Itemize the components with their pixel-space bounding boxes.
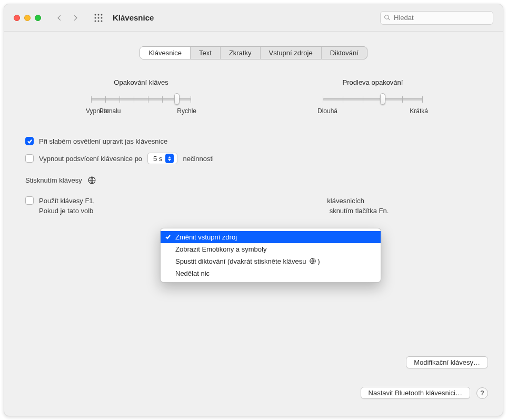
svg-point-6 (95, 20, 96, 22)
tab-bar: Klávesnice Text Zkratky Vstupní zdroje D… (25, 46, 482, 59)
window-controls (14, 15, 41, 21)
tab-input-sources[interactable]: Vstupní zdroje (261, 47, 322, 59)
hint-fn-keys: Pokud je tato volb _____________________… (25, 206, 482, 216)
popup-item-emoji-symbols[interactable]: Zobrazit Emotikony a symboly (161, 243, 381, 255)
label-turn-off-backlight-before: Vypnout podsvícení klávesnice po (39, 155, 142, 163)
preferences-window: Klávesnice Klávesnice Text Zkratky Vstup… (4, 4, 503, 416)
text-fragment: Použít klávesy F1, (39, 197, 95, 205)
popup-item-label: Změnit vstupní zdroj (175, 233, 237, 241)
popup-item-label: Nedělat nic (175, 269, 210, 277)
key-repeat-track[interactable] (91, 94, 191, 104)
tab-label: Zkratky (229, 49, 252, 57)
svg-point-5 (101, 17, 103, 18)
row-fn-keys: Použít klávesy F1, _____________________… (25, 196, 482, 216)
key-repeat-slider: Opakování kláves Vypnuto Rychle Pomalu (70, 78, 212, 115)
select-backlight-timeout[interactable]: 5 s (147, 153, 177, 164)
text-fragment: sknutím tlačítka Fn. (330, 207, 389, 215)
slider-label-mid: Pomalu (100, 107, 121, 115)
tab-shortcuts[interactable]: Zkratky (221, 47, 261, 59)
popup-item-change-input-source[interactable]: Změnit vstupní zdroj (161, 231, 381, 243)
globe-icon (309, 257, 316, 265)
checkbox-turn-off-backlight[interactable] (25, 154, 34, 163)
label-fn-keys-line1: Použít klávesy F1, _____________________… (39, 197, 364, 205)
globe-icon (87, 176, 96, 185)
svg-point-7 (98, 20, 100, 22)
text-fragment: Spustit diktování (dvakrát stiskněte klá… (175, 257, 308, 265)
slider-labels: Dlouhá Krátká (317, 107, 428, 115)
label-press-key: Stisknutím klávesy (25, 176, 82, 184)
svg-point-2 (101, 14, 103, 15)
footer-row-2: Nastavit Bluetooth klávesnici… ? (361, 387, 488, 399)
bluetooth-keyboard-button[interactable]: Nastavit Bluetooth klávesnici… (361, 387, 470, 399)
text-fragment: klávesnicích (327, 197, 364, 205)
slider-label-left: Dlouhá (317, 107, 337, 115)
tab-dictation[interactable]: Diktování (322, 47, 367, 59)
slider-thumb[interactable] (380, 93, 385, 105)
zoom-button[interactable] (35, 15, 41, 21)
help-button[interactable]: ? (476, 387, 488, 399)
popup-item-start-dictation[interactable]: Spustit diktování (dvakrát stiskněte klá… (161, 255, 381, 267)
tab-label: Vstupní zdroje (269, 49, 313, 57)
checkbox-adjust-brightness[interactable] (25, 137, 34, 145)
window-title: Klávesnice (113, 13, 154, 22)
text-fragment: ) (317, 257, 320, 265)
minimize-button[interactable] (24, 15, 31, 21)
popup-item-label: Spustit diktování (dvakrát stiskněte klá… (175, 257, 320, 265)
row-press-key: Stisknutím klávesy (25, 176, 482, 185)
select-value: 5 s (153, 155, 162, 163)
search-field[interactable] (380, 11, 493, 25)
label-adjust-brightness: Při slabém osvětlení upravit jas klávesn… (39, 137, 167, 145)
row-turn-off-backlight: Vypnout podsvícení klávesnice po 5 s neč… (25, 153, 482, 164)
popup-item-do-nothing[interactable]: Nedělat nic (161, 267, 381, 279)
popup-item-label: Zobrazit Emotikony a symboly (175, 245, 266, 253)
content: Klávesnice Text Zkratky Vstupní zdroje D… (4, 32, 503, 416)
slider-label-right: Rychle (177, 107, 196, 115)
back-icon[interactable] (56, 14, 63, 22)
forward-icon[interactable] (72, 14, 79, 22)
delay-track[interactable] (323, 94, 423, 104)
svg-point-4 (98, 17, 100, 18)
modifier-keys-button[interactable]: Modifikační klávesy… (406, 356, 488, 368)
svg-point-8 (101, 20, 103, 22)
tab-label: Text (199, 49, 212, 57)
sliders-area: Opakování kláves Vypnuto Rychle Pomalu P… (25, 78, 482, 115)
svg-point-0 (95, 14, 96, 15)
text-fragment: Pokud je tato volb (39, 207, 93, 215)
options: Při slabém osvětlení upravit jas klávesn… (25, 137, 482, 216)
checkbox-fn-keys[interactable] (25, 196, 34, 205)
slider-title: Opakování kláves (114, 78, 168, 86)
tab-label: Klávesnice (148, 49, 182, 57)
tab-text[interactable]: Text (191, 47, 221, 59)
tab-label: Diktování (330, 49, 359, 57)
nav (56, 13, 103, 23)
show-all-icon[interactable] (94, 13, 103, 23)
slider-label-right: Krátká (410, 107, 428, 115)
search-input[interactable] (393, 13, 490, 22)
svg-point-1 (98, 14, 100, 15)
titlebar: Klávesnice (4, 4, 503, 32)
check-icon (165, 234, 171, 242)
stepper-icon (165, 154, 174, 163)
tabs: Klávesnice Text Zkratky Vstupní zdroje D… (140, 46, 367, 59)
slider-thumb[interactable] (174, 93, 180, 105)
row-adjust-brightness: Při slabém osvětlení upravit jas klávesn… (25, 137, 482, 145)
slider-labels: Vypnuto Rychle Pomalu (86, 107, 196, 115)
svg-point-3 (95, 17, 96, 18)
tab-keyboard[interactable]: Klávesnice (140, 47, 191, 59)
globe-action-popup: Změnit vstupní zdroj Zobrazit Emotikony … (160, 228, 381, 283)
footer-row-1: Modifikační klávesy… (406, 356, 488, 368)
slider-title: Prodleva opakování (343, 78, 403, 86)
close-button[interactable] (14, 15, 20, 21)
delay-slider: Prodleva opakování Dlouhá Krátká (302, 78, 444, 115)
label-turn-off-backlight-after: nečinnosti (183, 155, 214, 163)
search-icon (384, 14, 391, 21)
